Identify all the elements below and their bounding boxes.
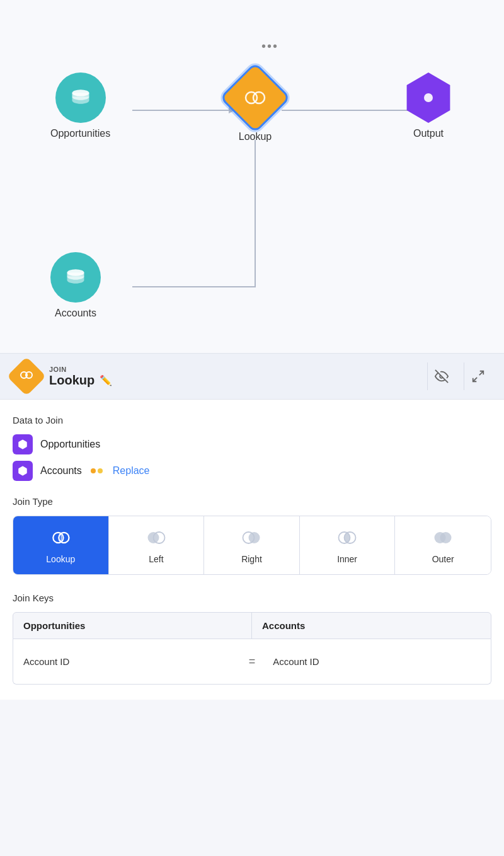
output-label: Output: [413, 128, 444, 139]
join-type-outer-label: Outer: [432, 554, 454, 564]
data-to-join-title: Data to Join: [13, 415, 491, 425]
join-type-inner[interactable]: Inner: [300, 516, 396, 574]
join-type-outer[interactable]: Outer: [395, 516, 491, 574]
svg-point-7: [424, 93, 433, 102]
data-item-opportunities: Opportunities: [13, 434, 491, 454]
join-keys-header: Opportunities Accounts: [13, 612, 491, 639]
panel-title-group: JOIN Lookup ✏️: [49, 366, 418, 388]
accounts-data-icon: [13, 461, 33, 481]
node-accounts[interactable]: Accounts: [50, 252, 101, 319]
panel-title: Lookup: [49, 373, 94, 388]
more-options-dots[interactable]: •••: [261, 39, 278, 54]
opportunities-circle: [55, 72, 106, 123]
output-hexagon: [403, 72, 454, 123]
join-type-right[interactable]: Right: [204, 516, 300, 574]
join-type-lookup-label: Lookup: [46, 554, 75, 564]
svg-line-13: [472, 378, 476, 381]
opportunities-data-icon: [13, 434, 33, 454]
join-keys-section: Join Keys Opportunities Accounts Account…: [13, 593, 491, 685]
join-keys-title: Join Keys: [13, 593, 491, 603]
node-lookup[interactable]: Lookup: [227, 69, 284, 142]
join-type-title: Join Type: [13, 496, 491, 507]
join-type-left[interactable]: Left: [109, 516, 205, 574]
join-key-left-value[interactable]: Account ID: [13, 646, 241, 677]
join-keys-row: Account ID = Account ID: [13, 639, 491, 685]
svg-point-19: [249, 532, 260, 543]
canvas-area: ••• Opportunities Lookup: [0, 0, 504, 353]
panel-body: Data to Join Opportunities Accounts R: [0, 400, 504, 700]
accounts-label: Accounts: [55, 308, 96, 319]
svg-line-12: [479, 371, 483, 375]
join-type-left-label: Left: [149, 554, 163, 564]
node-output[interactable]: Output: [403, 72, 454, 139]
expand-button[interactable]: [464, 362, 491, 390]
join-keys-col-accounts: Accounts: [252, 613, 491, 639]
replace-link[interactable]: Replace: [113, 465, 150, 477]
accounts-dots: [91, 468, 103, 473]
panel-area: JOIN Lookup ✏️ Data to Join: [0, 353, 504, 700]
join-keys-col-opportunities: Opportunities: [13, 613, 252, 639]
join-keys-equals: =: [241, 650, 263, 673]
svg-point-25: [440, 532, 452, 543]
opportunities-data-label: Opportunities: [40, 439, 100, 450]
eye-button[interactable]: [427, 362, 455, 390]
accounts-circle: [50, 252, 101, 303]
accounts-data-label: Accounts: [40, 465, 82, 477]
opportunities-label: Opportunities: [50, 128, 110, 139]
join-type-grid: Lookup Left Right: [13, 516, 491, 575]
join-key-right-value[interactable]: Account ID: [263, 646, 491, 677]
lookup-label: Lookup: [239, 131, 272, 142]
edit-title-icon[interactable]: ✏️: [100, 374, 112, 386]
panel-header: JOIN Lookup ✏️: [0, 354, 504, 400]
lookup-diamond-wrapper: [227, 69, 284, 126]
lookup-diamond: [219, 62, 290, 133]
join-type-lookup[interactable]: Lookup: [13, 516, 109, 574]
panel-join-icon: [7, 357, 46, 396]
panel-tag: JOIN: [49, 366, 418, 373]
svg-point-6: [253, 92, 265, 103]
data-item-accounts: Accounts Replace: [13, 461, 491, 481]
node-opportunities[interactable]: Opportunities: [50, 72, 110, 139]
join-type-inner-label: Inner: [337, 554, 357, 564]
join-type-right-label: Right: [241, 554, 262, 564]
join-type-section: Join Type Lookup: [13, 496, 491, 575]
